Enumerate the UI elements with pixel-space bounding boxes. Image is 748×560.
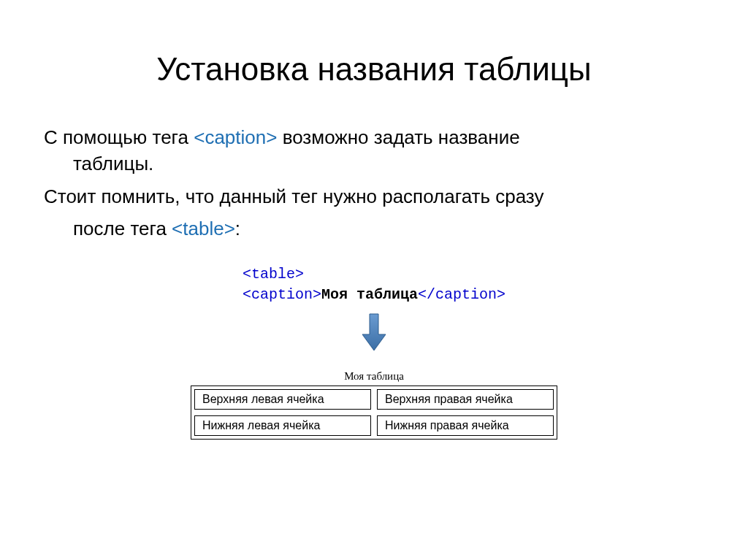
slide-content: Установка названия таблицы С помощью тег… xyxy=(0,0,748,469)
p2-line2-tag: <table> xyxy=(172,218,235,239)
p2-line1: Стоит помнить, что данный тег нужно расп… xyxy=(44,183,704,210)
p2-line2: после тега <table>: xyxy=(73,215,704,242)
p1-tag: <caption> xyxy=(194,126,277,148)
demo-caption: Моя таблица xyxy=(191,370,557,383)
p2-line2-pre: после тега xyxy=(73,218,172,239)
cell-top-right: Верхняя правая ячейка xyxy=(377,389,554,410)
p1-post: возможно задать название xyxy=(277,126,519,148)
code-text: Моя таблица xyxy=(321,286,418,303)
code-close-tag: </caption> xyxy=(418,286,505,303)
cell-bottom-left: Нижняя левая ячейка xyxy=(194,415,371,436)
paragraph-1: С помощью тега <caption> возможно задать… xyxy=(44,124,704,177)
slide-title: Установка названия таблицы xyxy=(44,51,704,88)
demo-table-container: Моя таблица Верхняя левая ячейка Верхняя… xyxy=(191,370,557,440)
code-line-2: <caption>Моя таблица</caption> xyxy=(243,285,505,305)
demo-table: Верхняя левая ячейка Верхняя правая ячей… xyxy=(191,386,557,440)
demo-table-wrap: Моя таблица Верхняя левая ячейка Верхняя… xyxy=(44,370,704,440)
arrow-down xyxy=(44,312,704,356)
cell-bottom-right: Нижняя правая ячейка xyxy=(377,415,554,436)
cell-top-left: Верхняя левая ячейка xyxy=(194,389,371,410)
code-open-tag: <caption> xyxy=(243,286,321,303)
p1-line2: таблицы. xyxy=(73,150,704,177)
arrow-down-icon xyxy=(359,312,389,353)
p1-pre: С помощью тега xyxy=(44,126,194,148)
p2-line2-post: : xyxy=(235,218,240,239)
paragraph-2: Стоит помнить, что данный тег нужно расп… xyxy=(44,183,704,242)
code-line-1: <table> xyxy=(243,264,505,285)
code-example: <table> <caption>Моя таблица</caption> xyxy=(243,264,505,305)
